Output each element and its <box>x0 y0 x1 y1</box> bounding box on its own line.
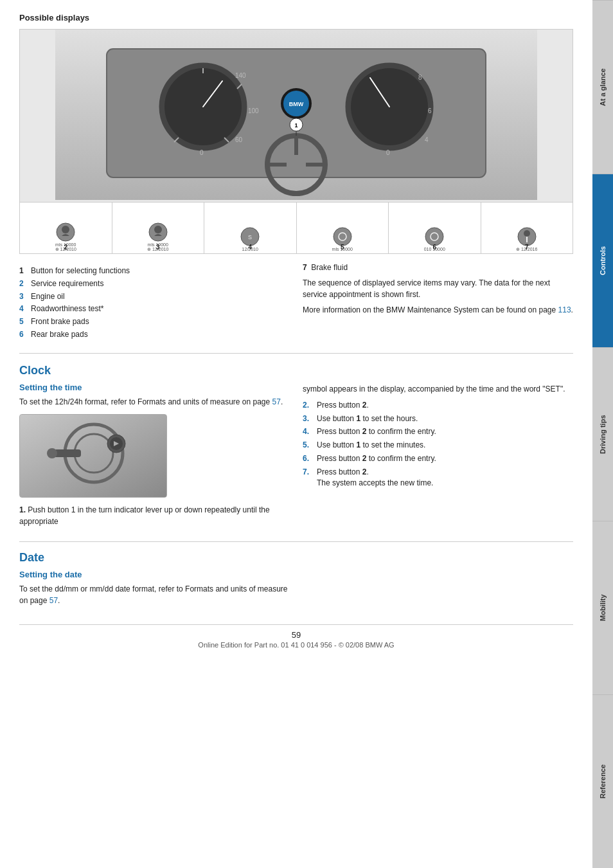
setting-time-title: Setting the time <box>19 383 290 392</box>
svg-text:0: 0 <box>386 149 390 156</box>
panel-2-icon <box>55 222 76 242</box>
tab-at-a-glance[interactable]: At a glance <box>592 0 613 174</box>
instrument-panel-6: 010 10000 6 <box>389 203 481 253</box>
clock-step-4: 4. Press button 2 to confirm the entry. <box>303 426 573 437</box>
instrument-panel-3: mls 10000⊕ 12/2010 3 <box>112 203 205 253</box>
tab-reference[interactable]: Reference <box>592 694 613 868</box>
dashboard-image: 0 60 100 140 0 4 6 8 BMW <box>19 29 573 254</box>
divider-2 <box>19 541 573 542</box>
left-numbered-list: 1 Button for selecting functions 2 Servi… <box>19 266 290 340</box>
clock-left: Clock Setting the time To set the 12h/24… <box>19 364 290 532</box>
svg-point-41 <box>524 230 530 237</box>
svg-text:140: 140 <box>235 72 246 79</box>
svg-text:100: 100 <box>248 107 259 114</box>
numbered-items-section: 1 Button for selecting functions 2 Servi… <box>19 262 573 344</box>
left-list: 1 Button for selecting functions 2 Servi… <box>19 262 290 344</box>
list-item-5: 5 Front brake pads <box>19 316 290 327</box>
svg-point-31 <box>62 226 69 233</box>
right-description: 7 Brake fluid The sequence of displayed … <box>303 262 573 344</box>
clock-bg-svg <box>20 415 167 498</box>
main-content: Possible displays <box>0 0 592 662</box>
svg-text:BMW: BMW <box>289 101 304 107</box>
clock-step-2: 2. Press button 2. <box>303 400 573 411</box>
divider-1 <box>19 353 573 354</box>
date-title: Date <box>19 551 290 565</box>
svg-text:60: 60 <box>235 136 243 143</box>
clock-step-5: 5. Use button 1 to set the minutes. <box>303 440 573 451</box>
svg-text:S: S <box>248 234 252 240</box>
svg-point-47 <box>47 448 57 458</box>
svg-text:0: 0 <box>200 149 204 156</box>
list-item-6: 6 Rear brake pads <box>19 329 290 340</box>
tab-mobility[interactable]: Mobility <box>592 521 613 694</box>
clock-steps-list: 2. Press button 2. 3. Use button 1 to se… <box>303 400 573 489</box>
instrument-panel-7: ⊕ 12/2016 7 <box>481 203 573 253</box>
possible-displays-heading: Possible displays <box>19 13 573 23</box>
clock-step-7: 7. Press button 2.The system accepts the… <box>303 467 573 489</box>
panel-3-icon <box>148 222 168 242</box>
clock-section: Clock Setting the time To set the 12h/24… <box>19 364 573 532</box>
list-item-3: 3 Engine oil <box>19 291 290 302</box>
list-item-2: 2 Service requirements <box>19 278 290 289</box>
instrument-panel-4: S 12/2010 4 <box>204 203 297 253</box>
tab-driving-tips[interactable]: Driving tips <box>592 347 613 521</box>
svg-rect-43 <box>20 415 167 498</box>
dashboard-svg: 0 60 100 140 0 4 6 8 BMW <box>20 30 573 200</box>
svg-text:8: 8 <box>418 74 422 81</box>
side-tabs: At a glance Controls Driving tips Mobili… <box>592 0 613 868</box>
svg-text:6: 6 <box>428 107 432 114</box>
instrument-panel-2: mls 10000⊕ 12/2010 2 <box>20 203 112 253</box>
list-item-4: 4 Roadworthiness test* <box>19 303 290 314</box>
clock-step-6: 6. Press button 2 to confirm the entry. <box>303 453 573 464</box>
instrument-row: mls 10000⊕ 12/2010 2 mls 10000⊕ 12/2010 … <box>20 202 573 253</box>
setting-date-title: Setting the date <box>19 570 290 579</box>
date-left: Date Setting the date To set the dd/mm o… <box>19 551 290 611</box>
svg-text:1: 1 <box>294 122 298 129</box>
instrument-panel-5: mls 10000 5 <box>297 203 389 253</box>
possible-displays-section: Possible displays <box>19 13 573 344</box>
clock-step-3: 3. Use button 1 to set the hours. <box>303 413 573 424</box>
date-two-col: Date Setting the date To set the dd/mm o… <box>19 551 573 611</box>
svg-point-33 <box>154 226 162 233</box>
date-format-link[interactable]: 57 <box>49 596 58 605</box>
svg-text:4: 4 <box>425 136 429 143</box>
date-section: Date Setting the date To set the dd/mm o… <box>19 551 573 611</box>
date-right <box>303 551 573 611</box>
maintenance-system-link[interactable]: 113 <box>558 305 571 314</box>
clock-image: 11:15 am SET <box>19 414 167 498</box>
clock-right: symbol appears in the display, accompani… <box>303 364 573 532</box>
clock-title: Clock <box>19 364 290 377</box>
page-footer: 59 Online Edition for Part no. 01 41 0 0… <box>19 624 573 649</box>
tab-controls[interactable]: Controls <box>592 174 613 347</box>
time-format-link[interactable]: 57 <box>272 397 281 406</box>
list-item-1: 1 Button for selecting functions <box>19 266 290 276</box>
clock-two-col: Clock Setting the time To set the 12h/24… <box>19 364 573 532</box>
